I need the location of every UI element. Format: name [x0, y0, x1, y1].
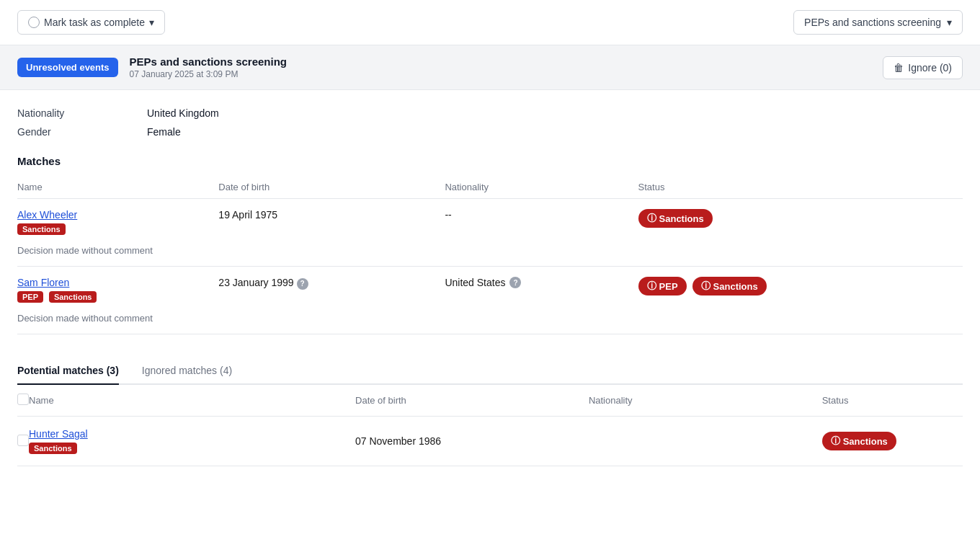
dob-help-icon[interactable]: ?: [297, 278, 308, 290]
alex-dob: 19 April 1975: [218, 199, 445, 246]
sanctions-badge-label: Sanctions: [713, 281, 758, 292]
tab-potential-matches[interactable]: Potential matches (3): [17, 357, 119, 385]
col-dob: Date of birth: [218, 176, 445, 199]
hunter-nationality: [589, 417, 822, 466]
col-dob-header: Date of birth: [355, 385, 589, 417]
mark-complete-label: Mark task as complete: [44, 17, 145, 28]
sanctions-badge: ⓘ Sanctions: [692, 277, 767, 295]
tab-ignored-matches[interactable]: Ignored matches (4): [142, 357, 232, 385]
exclamation-icon: ⓘ: [647, 280, 656, 293]
nationality-value: United Kingdom: [147, 107, 219, 119]
sam-decision: Decision made without comment: [17, 313, 963, 334]
sam-decision-row: Decision made without comment: [17, 313, 963, 334]
sam-nationality: United States ?: [445, 267, 638, 314]
hunter-dob: 07 November 1986: [355, 417, 589, 466]
col-nationality-header: Nationality: [589, 385, 822, 417]
circle-icon: [28, 17, 40, 28]
matches-section: Matches Name Date of birth Nationality S…: [17, 155, 963, 334]
hunter-status: ⓘ Sanctions: [822, 417, 963, 466]
gender-row: Gender Female: [17, 126, 963, 138]
event-banner: Unresolved events PEPs and sanctions scr…: [0, 45, 980, 90]
col-status-header: Status: [822, 385, 963, 417]
alex-wheeler-link[interactable]: Alex Wheeler: [17, 209, 218, 221]
pep-badge: ⓘ PEP: [638, 277, 687, 295]
tabs-section: Potential matches (3) Ignored matches (4…: [17, 357, 963, 466]
mark-complete-button[interactable]: Mark task as complete ▾: [17, 10, 165, 35]
screening-dropdown-label: PEPs and sanctions screening: [804, 17, 941, 28]
sam-floren-link[interactable]: Sam Floren: [17, 277, 218, 288]
gender-value: Female: [147, 126, 181, 138]
trash-icon: 🗑: [894, 62, 904, 74]
sanctions-tag: Sanctions: [49, 291, 97, 303]
event-banner-left: Unresolved events PEPs and sanctions scr…: [17, 55, 287, 79]
matches-heading: Matches: [17, 155, 963, 167]
col-name-header: Name: [29, 385, 355, 417]
col-checkbox-header: [17, 385, 29, 417]
table-row: Hunter Sagal Sanctions 07 November 1986 …: [17, 417, 963, 466]
event-date: 07 January 2025 at 3:09 PM: [130, 69, 287, 79]
chevron-down-icon: ▾: [947, 17, 952, 28]
screening-dropdown-button[interactable]: PEPs and sanctions screening ▾: [793, 10, 963, 35]
col-name: Name: [17, 176, 218, 199]
alex-decision: Decision made without comment: [17, 245, 963, 267]
matches-table: Name Date of birth Nationality Status Al…: [17, 176, 963, 334]
table-row: Sam Floren PEP Sanctions 23 January 1999…: [17, 267, 963, 314]
sanctions-badge: ⓘ Sanctions: [638, 209, 713, 228]
sanctions-badge-label: Sanctions: [659, 213, 704, 224]
ignore-button[interactable]: 🗑 Ignore (0): [883, 56, 963, 79]
table-row: Alex Wheeler Sanctions 19 April 1975 -- …: [17, 199, 963, 246]
pep-tag: PEP: [17, 291, 43, 303]
col-nationality: Nationality: [445, 176, 638, 199]
alex-decision-row: Decision made without comment: [17, 245, 963, 267]
nationality-label: Nationality: [17, 107, 147, 119]
exclamation-icon: ⓘ: [701, 280, 710, 293]
sanctions-tag: Sanctions: [29, 443, 77, 454]
gender-label: Gender: [17, 126, 147, 138]
sanctions-badge: ⓘ Sanctions: [822, 432, 896, 450]
sanctions-tag: Sanctions: [17, 223, 66, 235]
nationality-cell: United States ?: [445, 277, 638, 288]
alex-status: ⓘ Sanctions: [638, 199, 963, 246]
col-status: Status: [638, 176, 963, 199]
sanctions-badge-label: Sanctions: [843, 436, 888, 447]
chevron-down-icon: ▾: [149, 17, 154, 28]
exclamation-icon: ⓘ: [831, 435, 840, 448]
match-name-cell: Sam Floren PEP Sanctions: [17, 267, 218, 314]
status-badges: ⓘ PEP ⓘ Sanctions: [638, 277, 963, 295]
ignore-label: Ignore (0): [908, 62, 952, 74]
alex-nationality: --: [445, 199, 638, 246]
main-content: Nationality United Kingdom Gender Female…: [0, 90, 980, 466]
sam-status: ⓘ PEP ⓘ Sanctions: [638, 267, 963, 314]
pep-badge-label: PEP: [659, 281, 678, 292]
select-all-checkbox[interactable]: [17, 394, 29, 405]
nationality-help-icon[interactable]: ?: [509, 277, 521, 288]
top-bar: Mark task as complete ▾ PEPs and sanctio…: [0, 0, 980, 45]
match-name-cell: Alex Wheeler Sanctions: [17, 199, 218, 246]
unresolved-badge: Unresolved events: [17, 58, 118, 77]
row-checkbox[interactable]: [17, 435, 29, 446]
nationality-row: Nationality United Kingdom: [17, 107, 963, 119]
potential-name-cell: Hunter Sagal Sanctions: [29, 417, 355, 466]
hunter-sagal-link[interactable]: Hunter Sagal: [29, 428, 355, 440]
event-title: PEPs and sanctions screening: [130, 55, 287, 68]
potential-matches-table: Name Date of birth Nationality Status Hu…: [17, 385, 963, 466]
sam-dob: 23 January 1999 ?: [218, 267, 445, 314]
event-info: PEPs and sanctions screening 07 January …: [130, 55, 287, 79]
tabs-bar: Potential matches (3) Ignored matches (4…: [17, 357, 963, 385]
info-section: Nationality United Kingdom Gender Female: [17, 107, 963, 138]
row-checkbox-cell: [17, 417, 29, 466]
exclamation-icon: ⓘ: [647, 212, 656, 225]
